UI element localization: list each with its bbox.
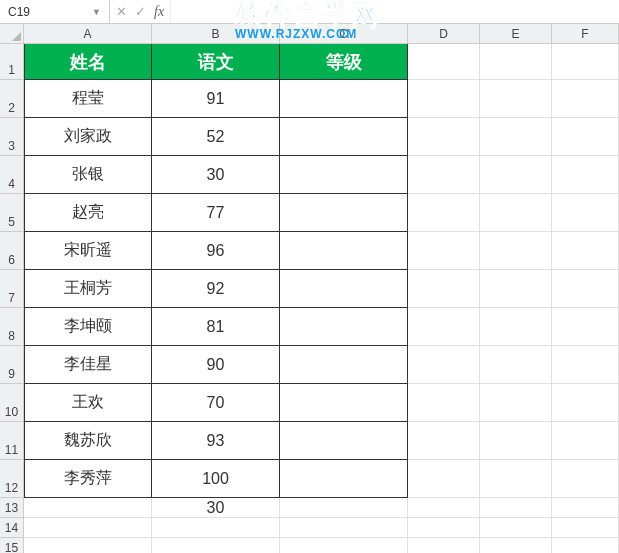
cell[interactable] [408,346,480,384]
row-header[interactable]: 5 [0,194,24,232]
row-header[interactable]: 8 [0,308,24,346]
col-header-c[interactable]: C [280,24,408,44]
cell-name[interactable]: 李秀萍 [24,460,152,498]
cell[interactable] [552,118,619,156]
row-header[interactable]: 6 [0,232,24,270]
cell[interactable] [408,118,480,156]
row-header[interactable]: 3 [0,118,24,156]
cell[interactable] [552,384,619,422]
cell-name[interactable]: 魏苏欣 [24,422,152,460]
header-name[interactable]: 姓名 [24,44,152,80]
cell-grade[interactable] [280,156,408,194]
cell-name[interactable]: 张银 [24,156,152,194]
cell-chinese[interactable]: 100 [152,460,280,498]
cell-name[interactable]: 王桐芳 [24,270,152,308]
cell[interactable] [552,308,619,346]
row-header[interactable]: 10 [0,384,24,422]
row-header[interactable]: 11 [0,422,24,460]
cell[interactable] [480,498,552,518]
cell-name[interactable]: 李佳星 [24,346,152,384]
row-header[interactable]: 9 [0,346,24,384]
cell[interactable] [480,270,552,308]
cell[interactable] [24,518,152,538]
name-box[interactable]: C19 [4,5,88,19]
cell-grade[interactable] [280,232,408,270]
cell[interactable] [408,80,480,118]
cell[interactable] [280,518,408,538]
cell[interactable] [480,538,552,553]
cell[interactable] [552,80,619,118]
name-box-wrap[interactable]: C19 ▼ [0,0,110,23]
col-header-e[interactable]: E [480,24,552,44]
cell[interactable] [480,156,552,194]
cell-chinese[interactable]: 81 [152,308,280,346]
col-header-a[interactable]: A [24,24,152,44]
cell[interactable] [408,538,480,553]
cell[interactable] [552,194,619,232]
cell[interactable] [24,538,152,553]
cell-grade[interactable] [280,308,408,346]
cell[interactable] [152,518,280,538]
cell-chinese[interactable]: 52 [152,118,280,156]
cell-grade[interactable] [280,384,408,422]
cell[interactable] [408,384,480,422]
cell-name[interactable]: 程莹 [24,80,152,118]
cell[interactable] [480,422,552,460]
row-header[interactable]: 2 [0,80,24,118]
cell-name[interactable]: 王欢 [24,384,152,422]
cell-name[interactable]: 宋昕遥 [24,232,152,270]
cell-chinese[interactable]: 93 [152,422,280,460]
cell-b13[interactable]: 30 [152,498,280,518]
select-all-corner[interactable] [0,24,24,44]
cell-grade[interactable] [280,270,408,308]
col-header-b[interactable]: B [152,24,280,44]
confirm-icon[interactable]: ✓ [135,4,146,19]
cell-grade[interactable] [280,346,408,384]
cell[interactable] [408,460,480,498]
cell[interactable] [552,460,619,498]
cell[interactable] [480,518,552,538]
cell[interactable] [480,460,552,498]
cell[interactable] [480,44,552,80]
chevron-down-icon[interactable]: ▼ [88,7,105,17]
cell[interactable] [552,518,619,538]
cell-chinese[interactable]: 30 [152,156,280,194]
col-header-f[interactable]: F [552,24,619,44]
row-header[interactable]: 4 [0,156,24,194]
cell-chinese[interactable]: 77 [152,194,280,232]
cell-chinese[interactable]: 96 [152,232,280,270]
cell-name[interactable]: 赵亮 [24,194,152,232]
cell[interactable] [552,498,619,518]
cell[interactable] [280,538,408,553]
cell[interactable] [552,422,619,460]
cell[interactable] [552,270,619,308]
cell-grade[interactable] [280,422,408,460]
cell-name[interactable]: 李坤颐 [24,308,152,346]
cell[interactable] [408,232,480,270]
row-header[interactable]: 14 [0,518,24,538]
cell[interactable] [480,194,552,232]
cell[interactable] [408,194,480,232]
cell-grade[interactable] [280,460,408,498]
cell-chinese[interactable]: 70 [152,384,280,422]
cell[interactable] [408,156,480,194]
row-header[interactable]: 13 [0,498,24,518]
col-header-d[interactable]: D [408,24,480,44]
cell[interactable] [480,308,552,346]
cell[interactable] [480,118,552,156]
cell[interactable] [480,80,552,118]
cell[interactable] [408,270,480,308]
cell[interactable] [408,308,480,346]
cell[interactable] [552,232,619,270]
cell[interactable] [552,156,619,194]
row-header[interactable]: 12 [0,460,24,498]
cell[interactable] [408,44,480,80]
cell[interactable] [552,346,619,384]
cell[interactable] [408,422,480,460]
cell-chinese[interactable]: 91 [152,80,280,118]
cell[interactable] [24,498,152,518]
cell-grade[interactable] [280,80,408,118]
cell-chinese[interactable]: 92 [152,270,280,308]
row-header[interactable]: 15 [0,538,24,553]
fx-icon[interactable]: fx [154,4,164,20]
